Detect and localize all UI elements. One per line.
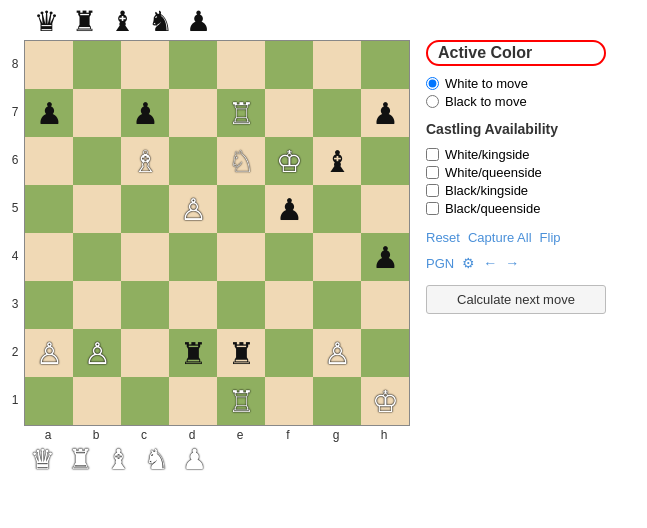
square-e3[interactable] [217,281,265,329]
square-f4[interactable] [265,233,313,281]
square-b6[interactable] [73,137,121,185]
square-a5[interactable] [25,185,73,233]
square-c6[interactable]: ♗ [121,137,169,185]
file-label-f: f [264,428,312,442]
white-queenside-option[interactable]: White/queenside [426,165,606,180]
white-queenside-checkbox[interactable] [426,166,439,179]
square-f6[interactable]: ♔ [265,137,313,185]
square-h4[interactable]: ♟ [361,233,409,281]
square-g5[interactable] [313,185,361,233]
square-d4[interactable] [169,233,217,281]
top-piece-1: ♛ [28,8,64,36]
square-g1[interactable] [313,377,361,425]
reset-link[interactable]: Reset [426,230,460,245]
square-a8[interactable] [25,41,73,89]
capture-all-link[interactable]: Capture All [468,230,532,245]
black-to-move-option[interactable]: Black to move [426,94,606,109]
calculate-next-move-button[interactable]: Calculate next move [426,285,606,314]
black-queenside-label: Black/queenside [445,201,540,216]
square-d6[interactable] [169,137,217,185]
square-b4[interactable] [73,233,121,281]
main-container: ♛ ♜ ♝ ♞ ♟ 8 7 6 5 4 3 2 1 ♟♟♖♟♗♘♔♝♙♟♟♙♙♜… [8,8,606,474]
pgn-link[interactable]: PGN [426,256,454,271]
white-to-move-option[interactable]: White to move [426,76,606,91]
white-queenside-label: White/queenside [445,165,542,180]
file-label-e: e [216,428,264,442]
square-e8[interactable] [217,41,265,89]
square-h5[interactable] [361,185,409,233]
white-to-move-radio[interactable] [426,77,439,90]
square-f3[interactable] [265,281,313,329]
rank-label-3: 3 [8,280,22,328]
black-to-move-radio[interactable] [426,95,439,108]
square-c4[interactable] [121,233,169,281]
white-to-move-label: White to move [445,76,528,91]
square-c8[interactable] [121,41,169,89]
square-g4[interactable] [313,233,361,281]
flip-link[interactable]: Flip [540,230,561,245]
top-piece-2: ♜ [66,8,102,36]
square-g3[interactable] [313,281,361,329]
square-h2[interactable] [361,329,409,377]
square-b7[interactable] [73,89,121,137]
square-d5[interactable]: ♙ [169,185,217,233]
square-c3[interactable] [121,281,169,329]
arrow-left-icon[interactable]: ← [483,255,497,271]
square-h3[interactable] [361,281,409,329]
square-d2[interactable]: ♜ [169,329,217,377]
black-kingside-checkbox[interactable] [426,184,439,197]
square-d8[interactable] [169,41,217,89]
white-kingside-option[interactable]: White/kingside [426,147,606,162]
right-panel: Active Color White to move Black to move… [426,40,606,314]
square-b2[interactable]: ♙ [73,329,121,377]
square-a1[interactable] [25,377,73,425]
square-e6[interactable]: ♘ [217,137,265,185]
file-label-a: a [24,428,72,442]
square-a2[interactable]: ♙ [25,329,73,377]
square-g6[interactable]: ♝ [313,137,361,185]
square-f8[interactable] [265,41,313,89]
square-c7[interactable]: ♟ [121,89,169,137]
black-queenside-checkbox[interactable] [426,202,439,215]
square-f7[interactable] [265,89,313,137]
bottom-pieces-row: ♛ ♜ ♝ ♞ ♟ [24,446,212,474]
square-h7[interactable]: ♟ [361,89,409,137]
square-a7[interactable]: ♟ [25,89,73,137]
square-b3[interactable] [73,281,121,329]
black-queenside-option[interactable]: Black/queenside [426,201,606,216]
square-e2[interactable]: ♜ [217,329,265,377]
square-f5[interactable]: ♟ [265,185,313,233]
square-e1[interactable]: ♖ [217,377,265,425]
square-e5[interactable] [217,185,265,233]
square-a6[interactable] [25,137,73,185]
square-d7[interactable] [169,89,217,137]
square-f2[interactable] [265,329,313,377]
square-a3[interactable] [25,281,73,329]
square-d1[interactable] [169,377,217,425]
square-c2[interactable] [121,329,169,377]
square-b1[interactable] [73,377,121,425]
file-labels: a b c d e f g h [24,428,410,442]
black-kingside-option[interactable]: Black/kingside [426,183,606,198]
square-f1[interactable] [265,377,313,425]
square-h8[interactable] [361,41,409,89]
arrow-right-icon[interactable]: → [505,255,519,271]
file-label-c: c [120,428,168,442]
top-pieces-row: ♛ ♜ ♝ ♞ ♟ [28,8,216,36]
square-e4[interactable] [217,233,265,281]
square-d3[interactable] [169,281,217,329]
gear-icon[interactable]: ⚙ [462,255,475,271]
square-h6[interactable] [361,137,409,185]
square-g2[interactable]: ♙ [313,329,361,377]
board-and-panel: 8 7 6 5 4 3 2 1 ♟♟♖♟♗♘♔♝♙♟♟♙♙♜♜♙♖♔ a b c… [8,40,606,442]
square-b8[interactable] [73,41,121,89]
square-g8[interactable] [313,41,361,89]
square-g7[interactable] [313,89,361,137]
white-kingside-checkbox[interactable] [426,148,439,161]
square-c1[interactable] [121,377,169,425]
square-c5[interactable] [121,185,169,233]
square-a4[interactable] [25,233,73,281]
square-h1[interactable]: ♔ [361,377,409,425]
square-b5[interactable] [73,185,121,233]
square-e7[interactable]: ♖ [217,89,265,137]
